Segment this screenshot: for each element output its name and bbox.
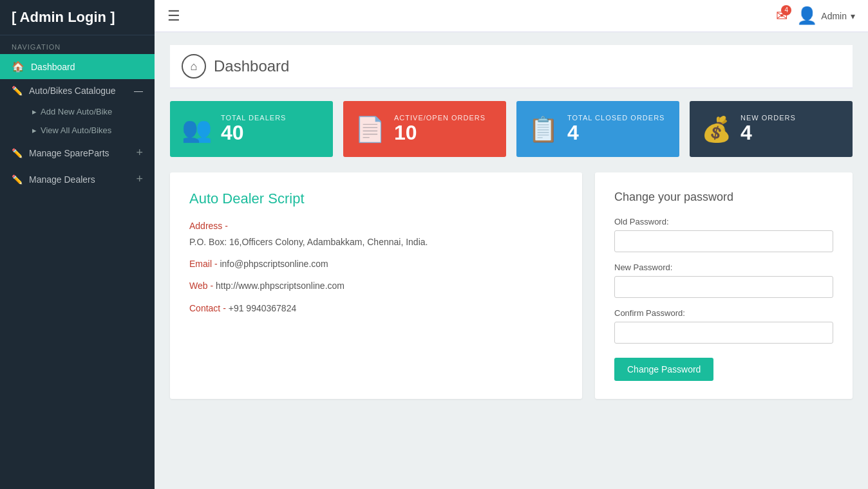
sidebar-logo: [ Admin Login ] (0, 0, 155, 35)
dropdown-arrow-icon: ▾ (851, 11, 855, 21)
old-password-input[interactable] (614, 230, 833, 252)
admin-menu[interactable]: 👤 Admin ▾ (797, 6, 855, 26)
web-label: Web - (189, 281, 213, 291)
confirm-password-input[interactable] (614, 322, 833, 344)
info-card-title: Auto Dealer Script (189, 190, 563, 207)
new-password-input[interactable] (614, 276, 833, 298)
plus-icon-dealers: + (136, 172, 143, 186)
hamburger-button[interactable]: ☰ (167, 8, 180, 24)
content-area: ⌂ Dashboard 👥 TOTAL DEALERS 40 📄 ACTIVE/… (155, 32, 868, 489)
closed-orders-stat-value: 4 (567, 122, 665, 144)
new-orders-stat-icon: 💰 (701, 115, 731, 143)
page-title: Dashboard (214, 57, 289, 75)
old-password-label: Old Password: (614, 217, 833, 226)
stat-card-new-orders: 💰 NEW ORDERS 4 (690, 101, 853, 157)
new-password-label: New Password: (614, 263, 833, 272)
new-orders-stat-value: 4 (741, 122, 796, 144)
address-row: Address - P.O. Box: 16,Officers Colony, … (189, 219, 563, 249)
sidebar-item-spare-parts[interactable]: ✏️ Manage SpareParts + (0, 140, 155, 166)
stat-card-open-orders: 📄 ACTIVE/OPEN ORDERS 10 (343, 101, 506, 157)
password-card: Change your password Old Password: New P… (595, 172, 853, 399)
password-card-title: Change your password (614, 190, 833, 204)
sidebar: [ Admin Login ] NAVIGATION 🏠 Dashboard ✏… (0, 0, 155, 489)
nav-label: NAVIGATION (0, 35, 155, 54)
open-orders-stat-icon: 📄 (355, 115, 385, 143)
sidebar-item-auto-bikes[interactable]: ✏️ Auto/Bikes Catalogue — (0, 79, 155, 102)
web-value: http://www.phpscriptsonline.com (216, 281, 344, 291)
arrow-icon-view: ▸ (32, 125, 37, 135)
sidebar-item-view-auto[interactable]: ▸ View All Auto/Bikes (26, 121, 155, 140)
dealers-stat-icon: 👥 (182, 115, 212, 143)
mail-badge[interactable]: ✉ 4 (776, 8, 788, 24)
edit-icon-dealers: ✏️ (12, 174, 23, 185)
admin-label: Admin (821, 11, 847, 21)
add-auto-label: Add New Auto/Bike (41, 107, 112, 116)
new-orders-stat-label: NEW ORDERS (741, 114, 796, 122)
spare-parts-label: Manage SpareParts (29, 148, 109, 158)
dealers-stat-value: 40 (221, 122, 286, 144)
email-value: info@phpscriptsonline.com (220, 259, 328, 269)
contact-label: Contact - (189, 303, 226, 313)
contact-value: +91 9940367824 (229, 303, 297, 313)
edit-icon-auto: ✏️ (12, 86, 23, 96)
arrow-icon-add: ▸ (32, 107, 37, 116)
dealers-label: Manage Dealers (29, 174, 95, 185)
confirm-password-label: Confirm Password: (614, 308, 833, 318)
dashboard-icon: 🏠 (12, 60, 24, 73)
change-password-button[interactable]: Change Password (614, 358, 713, 381)
address-value: P.O. Box: 16,Officers Colony, Adambakkam… (189, 235, 563, 249)
email-label: Email - (189, 259, 218, 269)
address-label: Address - (189, 221, 228, 231)
stat-card-closed-orders: 📋 TOTAL CLOSED ORDERS 4 (516, 101, 679, 157)
old-password-group: Old Password: (614, 217, 833, 252)
edit-icon-spare: ✏️ (12, 148, 23, 158)
auto-bikes-label: Auto/Bikes Catalogue (29, 86, 116, 96)
new-password-group: New Password: (614, 263, 833, 298)
confirm-password-group: Confirm Password: (614, 308, 833, 344)
mail-count: 4 (781, 5, 791, 15)
dealers-stat-label: TOTAL DEALERS (221, 114, 286, 122)
web-row: Web - http://www.phpscriptsonline.com (189, 279, 563, 293)
collapse-icon: — (134, 86, 143, 96)
contact-row: Contact - +91 9940367824 (189, 301, 563, 315)
plus-icon-spare: + (136, 146, 143, 160)
info-card: Auto Dealer Script Address - P.O. Box: 1… (170, 172, 582, 399)
home-circle-icon: ⌂ (182, 54, 206, 78)
closed-orders-stat-label: TOTAL CLOSED ORDERS (567, 114, 665, 122)
sidebar-item-dealers[interactable]: ✏️ Manage Dealers + (0, 166, 155, 192)
admin-avatar-icon: 👤 (797, 6, 817, 26)
email-row: Email - info@phpscriptsonline.com (189, 257, 563, 271)
sidebar-item-add-auto[interactable]: ▸ Add New Auto/Bike (26, 102, 155, 121)
stats-row: 👥 TOTAL DEALERS 40 📄 ACTIVE/OPEN ORDERS … (170, 101, 853, 157)
page-header: ⌂ Dashboard (170, 45, 853, 88)
main-area: ☰ ✉ 4 👤 Admin ▾ ⌂ Dashboard 👥 TOT (155, 0, 868, 489)
lower-row: Auto Dealer Script Address - P.O. Box: 1… (170, 172, 853, 399)
open-orders-stat-label: ACTIVE/OPEN ORDERS (394, 114, 486, 122)
closed-orders-stat-icon: 📋 (528, 115, 558, 143)
stat-card-dealers: 👥 TOTAL DEALERS 40 (170, 101, 333, 157)
view-auto-label: View All Auto/Bikes (41, 125, 111, 135)
sidebar-item-dashboard[interactable]: 🏠 Dashboard (0, 54, 155, 79)
open-orders-stat-value: 10 (394, 122, 486, 144)
auto-bikes-submenu: ▸ Add New Auto/Bike ▸ View All Auto/Bike… (0, 102, 155, 140)
topbar: ☰ ✉ 4 👤 Admin ▾ (155, 0, 868, 32)
dashboard-label: Dashboard (31, 62, 75, 72)
